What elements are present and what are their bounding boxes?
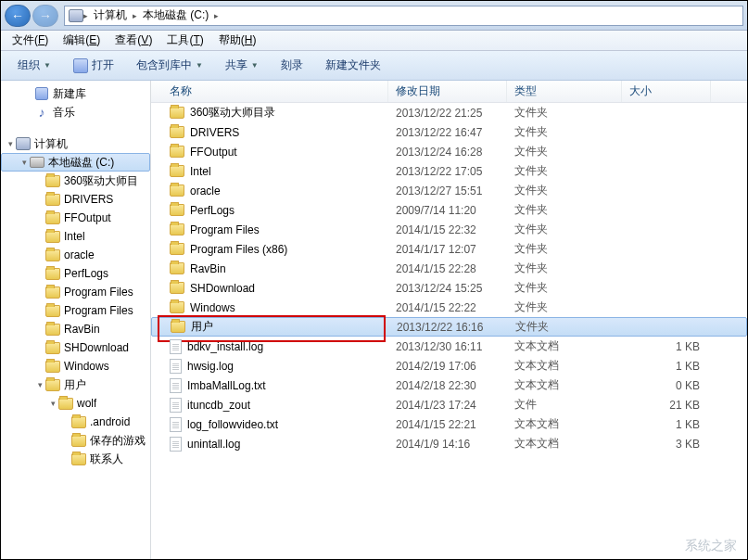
menu-查看[interactable]: 查看(V): [108, 32, 159, 48]
breadcrumb-computer[interactable]: 计算机: [88, 6, 133, 25]
file-row[interactable]: 360驱动大师目录2013/12/22 21:25文件夹: [151, 103, 747, 122]
sidebar-item-DRIVERS[interactable]: DRIVERS: [1, 190, 150, 209]
folder-icon: [45, 359, 60, 374]
file-type: 文件: [507, 397, 622, 413]
file-row[interactable]: PerfLogs2009/7/14 11:20文件夹: [151, 200, 747, 220]
file-row[interactable]: RavBin2014/1/15 22:28文件夹: [151, 259, 747, 278]
file-row[interactable]: unintall.log2014/1/9 14:16文本文档3 KB: [151, 434, 747, 453]
tree-label: 本地磁盘 (C:): [48, 155, 114, 171]
column-date[interactable]: 修改日期: [388, 81, 507, 102]
file-type: 文件夹: [507, 222, 622, 237]
sidebar-item-本地磁盘 (C:)[interactable]: ▾本地磁盘 (C:): [1, 153, 150, 172]
breadcrumb-drive[interactable]: 本地磁盘 (C:): [137, 6, 214, 25]
file-date: 2014/1/15 22:21: [388, 418, 507, 431]
file-name: RavBin: [190, 262, 226, 275]
sidebar-item-联系人[interactable]: 联系人: [1, 450, 150, 468]
file-row[interactable]: log_followvideo.txt2014/1/15 22:21文本文档1 …: [151, 414, 747, 434]
menu-帮助[interactable]: 帮助(H): [211, 32, 264, 48]
file-row[interactable]: oracle2013/12/27 15:51文件夹: [151, 181, 747, 200]
sidebar-item-FFOutput[interactable]: FFOutput: [1, 209, 150, 227]
file-name: Program Files: [190, 223, 260, 236]
chevron-right-icon[interactable]: ▸: [214, 11, 219, 20]
sidebar-item-计算机[interactable]: ▾计算机: [1, 134, 150, 153]
file-name: 用户: [191, 319, 213, 335]
lib-icon: [34, 86, 49, 101]
sidebar-item-音乐[interactable]: ♪音乐: [1, 103, 150, 121]
file-row[interactable]: Program Files (x86)2014/1/17 12:07文件夹: [151, 239, 747, 259]
sidebar-item-保存的游戏[interactable]: 保存的游戏: [1, 431, 150, 450]
sidebar-item-360驱动大师目[interactable]: 360驱动大师目: [1, 172, 150, 190]
nav-forward-button[interactable]: →: [32, 5, 58, 27]
tree-label: oracle: [64, 248, 95, 261]
folder-icon: [170, 126, 184, 138]
file-row[interactable]: hwsig.log2014/2/19 17:06文本文档1 KB: [151, 356, 747, 375]
file-row[interactable]: ImbaMallLog.txt2014/2/18 22:30文本文档0 KB: [151, 375, 747, 395]
sidebar-item-.android[interactable]: .android: [1, 413, 150, 431]
share-button[interactable]: 共享 ▼: [216, 54, 268, 77]
breadcrumb[interactable]: ▸ 计算机 ▸ 本地磁盘 (C:) ▸: [64, 6, 743, 26]
column-name[interactable]: 名称: [151, 81, 388, 102]
file-row[interactable]: DRIVERS2013/12/22 16:47文件夹: [151, 122, 747, 142]
sidebar-item-SHDownload[interactable]: SHDownload: [1, 338, 150, 357]
organize-button[interactable]: 组织 ▼: [8, 54, 60, 77]
file-row[interactable]: Windows2014/1/15 22:22文件夹: [151, 298, 747, 317]
sidebar-item-wolf[interactable]: ▾wolf: [1, 394, 150, 413]
folder-icon: [170, 243, 184, 255]
file-row[interactable]: Intel2013/12/22 17:05文件夹: [151, 161, 747, 181]
folder-icon: [45, 322, 60, 337]
folder-icon: [170, 282, 184, 294]
sidebar-item-用户[interactable]: ▾用户: [1, 375, 150, 394]
nav-back-button[interactable]: ←: [5, 5, 31, 27]
tree-expand-icon[interactable]: ▾: [34, 380, 45, 389]
sidebar-item-oracle[interactable]: oracle: [1, 246, 150, 264]
menu-编辑[interactable]: 编辑(E): [56, 32, 108, 48]
file-type: 文件夹: [507, 280, 622, 296]
menu-工具[interactable]: 工具(T): [159, 32, 210, 48]
tree-expand-icon[interactable]: ▾: [19, 158, 30, 167]
sidebar-item-Program Files[interactable]: Program Files: [1, 283, 150, 301]
tree-label: Program Files: [64, 286, 133, 299]
tree-expand-icon[interactable]: ▾: [5, 139, 16, 148]
file-type: 文本文档: [507, 377, 622, 393]
sidebar-item-Windows[interactable]: Windows: [1, 357, 150, 375]
burn-button[interactable]: 刻录: [272, 54, 312, 77]
file-row[interactable]: Program Files2014/1/15 22:32文件夹: [151, 220, 747, 239]
sidebar-item-Intel[interactable]: Intel: [1, 227, 150, 246]
menu-文件[interactable]: 文件(F): [5, 32, 56, 48]
tree-label: 计算机: [34, 136, 68, 152]
file-row[interactable]: FFOutput2013/12/24 16:28文件夹: [151, 142, 747, 161]
include-library-button[interactable]: 包含到库中 ▼: [127, 54, 212, 77]
file-name: FFOutput: [190, 146, 237, 159]
tree-expand-icon[interactable]: ▾: [47, 399, 58, 408]
file-type: 文件夹: [507, 105, 622, 121]
file-date: 2013/12/22 17:05: [388, 165, 507, 178]
sidebar-item-RavBin[interactable]: RavBin: [1, 320, 150, 338]
file-type: 文件夹: [507, 261, 622, 276]
file-row[interactable]: bdkv_install.log2013/12/30 16:11文本文档1 KB: [151, 337, 747, 356]
file-type: 文件夹: [507, 163, 622, 179]
tree-label: Windows: [64, 360, 109, 373]
file-name: hwsig.log: [187, 360, 234, 373]
sidebar-item-Program Files[interactable]: Program Files: [1, 301, 150, 320]
folder-icon: [170, 107, 184, 119]
menubar: 文件(F)编辑(E)查看(V)工具(T)帮助(H): [1, 31, 747, 51]
new-folder-button[interactable]: 新建文件夹: [316, 54, 390, 77]
column-size[interactable]: 大小: [622, 81, 711, 102]
file-row[interactable]: ituncdb_zout2014/1/23 17:24文件21 KB: [151, 395, 747, 414]
file-row[interactable]: 用户2013/12/22 16:16文件夹: [151, 317, 747, 337]
file-list: 360驱动大师目录2013/12/22 21:25文件夹DRIVERS2013/…: [151, 103, 747, 453]
file-type: 文件夹: [507, 124, 622, 140]
file-size: 1 KB: [622, 340, 711, 353]
folder-icon: [45, 210, 60, 225]
sidebar-item-新建库[interactable]: 新建库: [1, 84, 150, 103]
file-name: DRIVERS: [190, 126, 239, 139]
column-type[interactable]: 类型: [507, 81, 622, 102]
open-button[interactable]: 打开: [64, 54, 123, 77]
file-name: 360驱动大师目录: [190, 105, 275, 121]
sidebar-item-PerfLogs[interactable]: PerfLogs: [1, 264, 150, 283]
file-row[interactable]: SHDownload2013/12/24 15:25文件夹: [151, 278, 747, 298]
file-type: 文本文档: [507, 436, 622, 452]
file-type: 文本文档: [507, 338, 622, 354]
file-date: 2013/12/22 21:25: [388, 107, 507, 120]
tree-label: FFOutput: [64, 211, 111, 224]
